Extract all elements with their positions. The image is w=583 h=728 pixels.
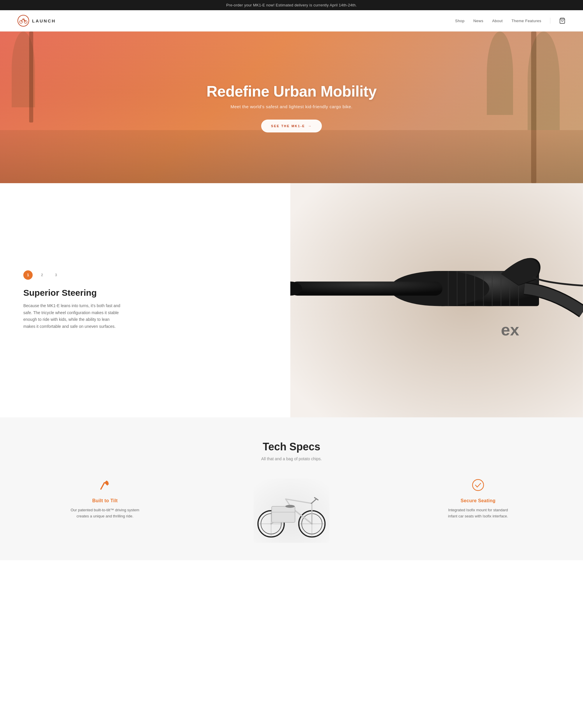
step-1[interactable]: 1: [23, 270, 33, 280]
feature-title: Superior Steering: [23, 288, 267, 298]
specs-grid: Built to Tilt Our patented built-to-tilt…: [18, 478, 565, 543]
header: LAUNCH Shop News About Theme Features: [0, 10, 583, 31]
spec-secure-seating: Secure Seating Integrated Isofix mount f…: [391, 478, 565, 519]
nav-theme-features[interactable]: Theme Features: [511, 19, 541, 23]
svg-point-0: [18, 15, 29, 26]
step-2[interactable]: 2: [37, 270, 47, 280]
spec-built-to-tilt: Built to Tilt Our patented built-to-tilt…: [18, 478, 192, 519]
nav-divider: [550, 18, 550, 24]
feature-image: ex: [290, 183, 583, 417]
svg-rect-19: [290, 282, 443, 295]
bike-logo-icon: [18, 15, 29, 27]
tech-specs-section: Tech Specs All that and a bag of potato …: [0, 417, 583, 560]
secure-seating-icon: [472, 478, 484, 494]
logo-text: LAUNCH: [32, 18, 56, 23]
announcement-bar: Pre-order your MK1-E now! Estimated deli…: [0, 0, 583, 10]
handlebar-svg: ex: [290, 183, 583, 417]
spec-bike-image: [204, 478, 379, 543]
logo-link[interactable]: LAUNCH: [18, 15, 56, 27]
feature-content: 1 2 3 Superior Steering Because the MK1-…: [0, 183, 290, 417]
svg-rect-32: [272, 506, 295, 522]
built-to-tilt-desc: Our patented built-to-tilt™ driving syst…: [70, 507, 140, 519]
bike-illustration: [254, 478, 329, 543]
main-nav: Shop News About Theme Features: [455, 18, 565, 24]
nav-about[interactable]: About: [492, 19, 503, 23]
hero-cta-arrow: →: [308, 124, 312, 128]
svg-text:ex: ex: [501, 320, 520, 339]
svg-point-3: [24, 19, 25, 20]
hero-title: Redefine Urban Mobility: [206, 82, 377, 100]
hero-cta-label: SEE THE MK1-E: [271, 124, 305, 128]
built-to-tilt-icon: [99, 478, 111, 494]
secure-seating-name: Secure Seating: [461, 498, 496, 503]
svg-point-41: [473, 479, 483, 491]
feature-description: Because the MK1-E leans into turns, it's…: [23, 303, 122, 330]
hero-content: Redefine Urban Mobility Meet the world's…: [195, 82, 388, 132]
announcement-text: Pre-order your MK1-E now! Estimated deli…: [226, 3, 357, 7]
feature-section: 1 2 3 Superior Steering Because the MK1-…: [0, 183, 583, 417]
hero-subtitle: Meet the world's safest and lightest kid…: [206, 104, 377, 109]
svg-point-36: [285, 505, 295, 508]
cart-icon[interactable]: [559, 18, 565, 24]
built-to-tilt-name: Built to Tilt: [92, 498, 117, 503]
nav-news[interactable]: News: [473, 19, 483, 23]
step-3[interactable]: 3: [51, 270, 61, 280]
tech-specs-title: Tech Specs: [18, 441, 565, 453]
nav-shop[interactable]: Shop: [455, 19, 464, 23]
hero-section: Redefine Urban Mobility Meet the world's…: [0, 31, 583, 183]
feature-steps: 1 2 3: [23, 270, 267, 280]
secure-seating-desc: Integrated Isofix mount for standard inf…: [443, 507, 513, 519]
tech-specs-subtitle: All that and a bag of potato chips.: [18, 457, 565, 461]
hero-cta-button[interactable]: SEE THE MK1-E →: [261, 120, 322, 132]
